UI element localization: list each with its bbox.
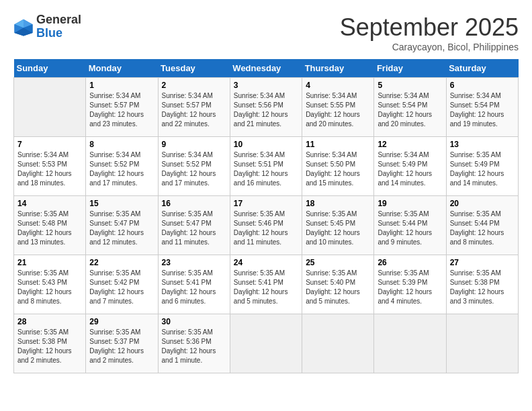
calendar-cell: 29Sunrise: 5:35 AM Sunset: 5:37 PM Dayli… xyxy=(86,314,158,373)
calendar-week-1: 1Sunrise: 5:34 AM Sunset: 5:57 PM Daylig… xyxy=(14,78,519,137)
calendar-cell: 4Sunrise: 5:34 AM Sunset: 5:55 PM Daylig… xyxy=(302,78,374,137)
header-friday: Friday xyxy=(374,59,446,78)
day-info: Sunrise: 5:34 AM Sunset: 5:57 PM Dayligh… xyxy=(162,91,226,129)
calendar-cell: 21Sunrise: 5:35 AM Sunset: 5:43 PM Dayli… xyxy=(14,255,86,314)
day-number: 27 xyxy=(450,258,515,267)
calendar-cell: 2Sunrise: 5:34 AM Sunset: 5:57 PM Daylig… xyxy=(158,78,230,137)
day-number: 13 xyxy=(450,140,515,149)
calendar-cell: 1Sunrise: 5:34 AM Sunset: 5:57 PM Daylig… xyxy=(86,78,158,137)
header-wednesday: Wednesday xyxy=(230,59,302,78)
day-info: Sunrise: 5:34 AM Sunset: 5:54 PM Dayligh… xyxy=(450,91,515,129)
calendar-week-3: 14Sunrise: 5:35 AM Sunset: 5:48 PM Dayli… xyxy=(14,196,519,255)
day-info: Sunrise: 5:34 AM Sunset: 5:52 PM Dayligh… xyxy=(162,150,226,188)
calendar-cell: 18Sunrise: 5:35 AM Sunset: 5:45 PM Dayli… xyxy=(302,196,374,255)
day-number: 11 xyxy=(306,140,370,149)
day-number: 16 xyxy=(162,199,226,208)
day-info: Sunrise: 5:35 AM Sunset: 5:45 PM Dayligh… xyxy=(306,210,370,247)
day-number: 10 xyxy=(234,140,298,149)
day-info: Sunrise: 5:34 AM Sunset: 5:57 PM Dayligh… xyxy=(89,91,154,129)
day-number: 21 xyxy=(17,258,82,267)
day-info: Sunrise: 5:35 AM Sunset: 5:44 PM Dayligh… xyxy=(378,210,442,247)
day-info: Sunrise: 5:35 AM Sunset: 5:37 PM Dayligh… xyxy=(89,328,154,365)
day-number: 17 xyxy=(234,199,298,208)
page-header: General Blue September 2025 Caraycayon, … xyxy=(13,13,519,52)
day-info: Sunrise: 5:35 AM Sunset: 5:39 PM Dayligh… xyxy=(378,269,442,306)
day-number: 24 xyxy=(234,258,298,267)
day-number: 28 xyxy=(17,317,82,326)
day-number: 12 xyxy=(378,140,442,149)
calendar-cell: 23Sunrise: 5:35 AM Sunset: 5:41 PM Dayli… xyxy=(158,255,230,314)
header-saturday: Saturday xyxy=(446,59,518,78)
weekday-header-row: Sunday Monday Tuesday Wednesday Thursday… xyxy=(14,59,519,78)
calendar-cell xyxy=(230,314,302,373)
title-block: September 2025 Caraycayon, Bicol, Philip… xyxy=(340,13,519,52)
calendar-cell xyxy=(14,78,86,137)
day-number: 20 xyxy=(450,199,515,208)
calendar-week-4: 21Sunrise: 5:35 AM Sunset: 5:43 PM Dayli… xyxy=(14,255,519,314)
logo: General Blue xyxy=(13,13,81,40)
calendar-cell: 7Sunrise: 5:34 AM Sunset: 5:53 PM Daylig… xyxy=(14,137,86,196)
day-info: Sunrise: 5:35 AM Sunset: 5:41 PM Dayligh… xyxy=(162,269,226,306)
calendar-cell: 13Sunrise: 5:35 AM Sunset: 5:49 PM Dayli… xyxy=(446,137,518,196)
header-tuesday: Tuesday xyxy=(158,59,230,78)
calendar-cell: 30Sunrise: 5:35 AM Sunset: 5:36 PM Dayli… xyxy=(158,314,230,373)
day-info: Sunrise: 5:35 AM Sunset: 5:42 PM Dayligh… xyxy=(89,269,154,306)
header-thursday: Thursday xyxy=(302,59,374,78)
day-info: Sunrise: 5:35 AM Sunset: 5:47 PM Dayligh… xyxy=(162,210,226,247)
calendar-table: Sunday Monday Tuesday Wednesday Thursday… xyxy=(13,59,519,373)
day-number: 2 xyxy=(162,81,226,90)
day-info: Sunrise: 5:34 AM Sunset: 5:55 PM Dayligh… xyxy=(306,91,370,129)
day-number: 26 xyxy=(378,258,442,267)
header-sunday: Sunday xyxy=(14,59,86,78)
day-info: Sunrise: 5:35 AM Sunset: 5:43 PM Dayligh… xyxy=(17,269,82,306)
day-number: 29 xyxy=(89,317,154,326)
header-monday: Monday xyxy=(86,59,158,78)
calendar-cell: 22Sunrise: 5:35 AM Sunset: 5:42 PM Dayli… xyxy=(86,255,158,314)
day-info: Sunrise: 5:35 AM Sunset: 5:48 PM Dayligh… xyxy=(17,210,82,247)
day-info: Sunrise: 5:35 AM Sunset: 5:36 PM Dayligh… xyxy=(162,328,226,365)
calendar-cell: 5Sunrise: 5:34 AM Sunset: 5:54 PM Daylig… xyxy=(374,78,446,137)
calendar-cell: 25Sunrise: 5:35 AM Sunset: 5:40 PM Dayli… xyxy=(302,255,374,314)
day-number: 6 xyxy=(450,81,515,90)
day-info: Sunrise: 5:35 AM Sunset: 5:38 PM Dayligh… xyxy=(17,328,82,365)
day-number: 7 xyxy=(17,140,82,149)
calendar-cell: 9Sunrise: 5:34 AM Sunset: 5:52 PM Daylig… xyxy=(158,137,230,196)
calendar-cell: 20Sunrise: 5:35 AM Sunset: 5:44 PM Dayli… xyxy=(446,196,518,255)
calendar-cell: 10Sunrise: 5:34 AM Sunset: 5:51 PM Dayli… xyxy=(230,137,302,196)
day-info: Sunrise: 5:34 AM Sunset: 5:49 PM Dayligh… xyxy=(378,150,442,188)
calendar-week-2: 7Sunrise: 5:34 AM Sunset: 5:53 PM Daylig… xyxy=(14,137,519,196)
day-info: Sunrise: 5:34 AM Sunset: 5:51 PM Dayligh… xyxy=(234,150,298,188)
calendar-cell xyxy=(374,314,446,373)
calendar-cell: 16Sunrise: 5:35 AM Sunset: 5:47 PM Dayli… xyxy=(158,196,230,255)
day-info: Sunrise: 5:35 AM Sunset: 5:40 PM Dayligh… xyxy=(306,269,370,306)
calendar-cell: 11Sunrise: 5:34 AM Sunset: 5:50 PM Dayli… xyxy=(302,137,374,196)
logo-general: General xyxy=(36,13,81,27)
day-number: 5 xyxy=(378,81,442,90)
day-info: Sunrise: 5:34 AM Sunset: 5:50 PM Dayligh… xyxy=(306,150,370,188)
day-info: Sunrise: 5:34 AM Sunset: 5:54 PM Dayligh… xyxy=(378,91,442,129)
day-number: 19 xyxy=(378,199,442,208)
calendar-cell: 3Sunrise: 5:34 AM Sunset: 5:56 PM Daylig… xyxy=(230,78,302,137)
calendar-cell: 28Sunrise: 5:35 AM Sunset: 5:38 PM Dayli… xyxy=(14,314,86,373)
logo-blue: Blue xyxy=(36,27,81,40)
day-info: Sunrise: 5:35 AM Sunset: 5:38 PM Dayligh… xyxy=(450,269,515,306)
day-number: 25 xyxy=(306,258,370,267)
calendar-cell: 19Sunrise: 5:35 AM Sunset: 5:44 PM Dayli… xyxy=(374,196,446,255)
month-title: September 2025 xyxy=(340,13,519,42)
day-info: Sunrise: 5:34 AM Sunset: 5:56 PM Dayligh… xyxy=(234,91,298,129)
calendar-cell: 26Sunrise: 5:35 AM Sunset: 5:39 PM Dayli… xyxy=(374,255,446,314)
day-number: 14 xyxy=(17,199,82,208)
day-number: 15 xyxy=(89,199,154,208)
day-number: 22 xyxy=(89,258,154,267)
day-number: 3 xyxy=(234,81,298,90)
day-info: Sunrise: 5:34 AM Sunset: 5:53 PM Dayligh… xyxy=(17,150,82,188)
calendar-cell: 14Sunrise: 5:35 AM Sunset: 5:48 PM Dayli… xyxy=(14,196,86,255)
calendar-cell: 6Sunrise: 5:34 AM Sunset: 5:54 PM Daylig… xyxy=(446,78,518,137)
day-number: 4 xyxy=(306,81,370,90)
day-number: 8 xyxy=(89,140,154,149)
logo-text: General Blue xyxy=(36,13,81,40)
day-info: Sunrise: 5:34 AM Sunset: 5:52 PM Dayligh… xyxy=(89,150,154,188)
day-number: 23 xyxy=(162,258,226,267)
calendar-cell: 8Sunrise: 5:34 AM Sunset: 5:52 PM Daylig… xyxy=(86,137,158,196)
calendar-cell: 12Sunrise: 5:34 AM Sunset: 5:49 PM Dayli… xyxy=(374,137,446,196)
